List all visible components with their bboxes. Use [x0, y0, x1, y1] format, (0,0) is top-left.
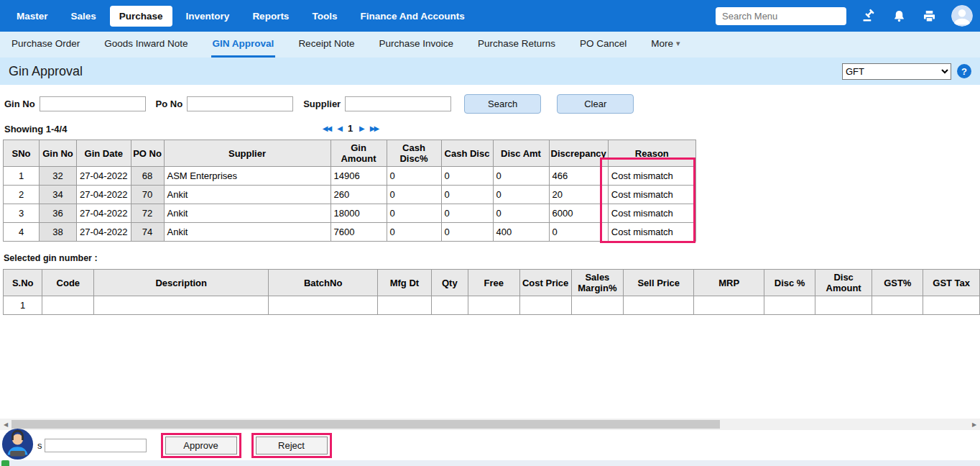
gin-no-cell[interactable]: 34 — [40, 186, 77, 204]
detail-cell — [624, 296, 694, 315]
supplier-input[interactable] — [345, 96, 451, 111]
page-title-bar: Gin Approval GFT ? — [0, 58, 980, 85]
po-no-cell[interactable]: 68 — [131, 167, 164, 186]
horizontal-scrollbar[interactable]: ◀ ▶ — [0, 419, 980, 430]
support-agent-avatar[interactable] — [1, 428, 34, 460]
gin-cell: 0 — [441, 223, 493, 242]
gavel-icon[interactable] — [861, 8, 877, 24]
reject-button[interactable]: Reject — [256, 437, 328, 454]
next-page-icon[interactable]: ▶ — [359, 124, 364, 132]
po-no-cell[interactable]: 74 — [131, 223, 164, 242]
subnav-item-purchase-invoice[interactable]: Purchase Invoice — [377, 32, 455, 58]
gin-cell: Cost mismatch — [608, 167, 695, 186]
gin-no-cell[interactable]: 38 — [40, 223, 77, 242]
last-page-icon[interactable]: ▶▶ — [370, 124, 378, 132]
gin-cell: Ankit — [164, 186, 330, 204]
subnav-item-purchase-order[interactable]: Purchase Order — [10, 32, 81, 58]
approve-button[interactable]: Approve — [165, 437, 237, 454]
gin-cell: 0 — [493, 186, 549, 204]
gin-row[interactable]: 43827-04-202274Ankit7600004000Cost misma… — [4, 223, 696, 242]
remarks-label-partial: s — [37, 440, 42, 451]
detail-cell — [269, 296, 378, 315]
gin-cell: 7600 — [330, 223, 387, 242]
menu-item-master[interactable]: Master — [7, 6, 57, 27]
page-title: Gin Approval — [9, 64, 83, 79]
detail-col-header-gst-: GST% — [872, 270, 923, 296]
annotation-highlight-approve: Approve — [161, 433, 241, 458]
detail-col-header-disc-: Disc % — [764, 270, 815, 296]
clear-button[interactable]: Clear — [557, 94, 634, 114]
subnav-item-goods-inward-note[interactable]: Goods Inward Note — [103, 32, 189, 58]
scroll-left-icon[interactable]: ◀ — [0, 421, 11, 428]
gin-col-header-po-no: PO No — [131, 140, 164, 167]
gin-no-input[interactable] — [40, 96, 146, 111]
first-page-icon[interactable]: ◀◀ — [323, 124, 330, 132]
filter-row: Gin No Po No Supplier Search Clear — [0, 85, 980, 120]
topbar-right — [716, 5, 973, 27]
detail-cell — [872, 296, 923, 315]
po-no-input[interactable] — [187, 96, 293, 111]
menu-item-reports[interactable]: Reports — [243, 6, 298, 27]
gin-row[interactable]: 23427-04-202270Ankit26000020Cost mismatc… — [4, 186, 696, 204]
current-page-number: 1 — [348, 123, 353, 134]
help-icon[interactable]: ? — [957, 64, 971, 78]
gin-cell: 27-04-2022 — [77, 186, 131, 204]
search-menu-input[interactable] — [716, 7, 846, 25]
subnav-item-purchase-returns[interactable]: Purchase Returns — [476, 32, 557, 58]
scrollbar-thumb[interactable] — [11, 420, 720, 429]
detail-cell — [94, 296, 269, 315]
gin-cell: 0 — [387, 223, 441, 242]
search-button[interactable]: Search — [464, 94, 541, 114]
gin-no-cell[interactable]: 32 — [40, 167, 77, 186]
scroll-right-icon[interactable]: ▶ — [969, 421, 980, 428]
user-avatar[interactable] — [951, 5, 973, 27]
detail-col-header-batchno: BatchNo — [269, 270, 378, 296]
printer-icon[interactable] — [921, 8, 937, 24]
gin-cell: 0 — [387, 204, 441, 223]
titlebar-right: GFT ? — [842, 63, 971, 80]
menu-item-inventory[interactable]: Inventory — [177, 6, 239, 27]
po-no-label: Po No — [156, 99, 183, 109]
po-no-cell[interactable]: 72 — [131, 204, 164, 223]
gin-no-cell[interactable]: 36 — [40, 204, 77, 223]
supplier-label: Supplier — [303, 99, 341, 109]
purchase-subnav: Purchase OrderGoods Inward NoteGIN Appro… — [0, 32, 980, 58]
taskbar-green-icon — [1, 460, 9, 466]
menu-item-tools[interactable]: Tools — [302, 6, 346, 27]
subnav-item-po-cancel[interactable]: PO Cancel — [578, 32, 628, 58]
gin-cell: Cost mismatch — [608, 223, 695, 242]
menu-item-sales[interactable]: Sales — [62, 6, 106, 27]
gin-row[interactable]: 13227-04-202268ASM Enterprises1490600046… — [4, 167, 696, 186]
remarks-input[interactable] — [45, 439, 147, 452]
gin-col-header-gin-date: Gin Date — [77, 140, 131, 167]
detail-cell — [378, 296, 432, 315]
gin-table-container: SNoGin NoGin DatePO NoSupplierGin Amount… — [3, 140, 703, 242]
detail-cell — [571, 296, 624, 315]
gin-col-header-cash-disc: Cash Disc — [441, 140, 493, 167]
top-navigation-bar: MasterSalesPurchaseInventoryReportsTools… — [0, 0, 980, 32]
gin-col-header-gin-amount: Gin Amount — [330, 140, 387, 167]
gin-item-detail-table: S.NoCodeDescriptionBatchNoMfg DtQtyFreeC… — [3, 269, 980, 315]
subnav-item-more[interactable]: More▾ — [650, 32, 681, 58]
detail-col-header-free: Free — [468, 270, 519, 296]
po-no-cell[interactable]: 70 — [131, 186, 164, 204]
detail-col-header-cost-price: Cost Price — [519, 270, 571, 296]
scrollbar-track[interactable] — [11, 419, 969, 430]
subnav-item-receipt-note[interactable]: Receipt Note — [297, 32, 356, 58]
gin-cell: 27-04-2022 — [77, 204, 131, 223]
subnav-item-gin-approval[interactable]: GIN Approval — [211, 32, 276, 58]
pagination: ◀◀ ◀ 1 ▶ ▶▶ — [323, 123, 378, 134]
detail-col-header-description: Description — [94, 270, 269, 296]
company-select[interactable]: GFT — [842, 63, 951, 80]
menu-item-finance-and-accounts[interactable]: Finance And Accounts — [351, 6, 473, 27]
detail-col-header-code: Code — [42, 270, 94, 296]
menu-item-purchase[interactable]: Purchase — [110, 6, 172, 27]
detail-col-header-sell-price: Sell Price — [624, 270, 694, 296]
detail-cell — [431, 296, 468, 315]
detail-cell — [42, 296, 94, 315]
prev-page-icon[interactable]: ◀ — [337, 124, 341, 132]
gin-row[interactable]: 33627-04-202272Ankit180000006000Cost mis… — [4, 204, 696, 223]
gin-col-header-cash-disc-: Cash Disc% — [387, 140, 441, 167]
gin-cell: Cost mismatch — [608, 204, 695, 223]
notifications-bell-icon[interactable] — [891, 8, 907, 24]
